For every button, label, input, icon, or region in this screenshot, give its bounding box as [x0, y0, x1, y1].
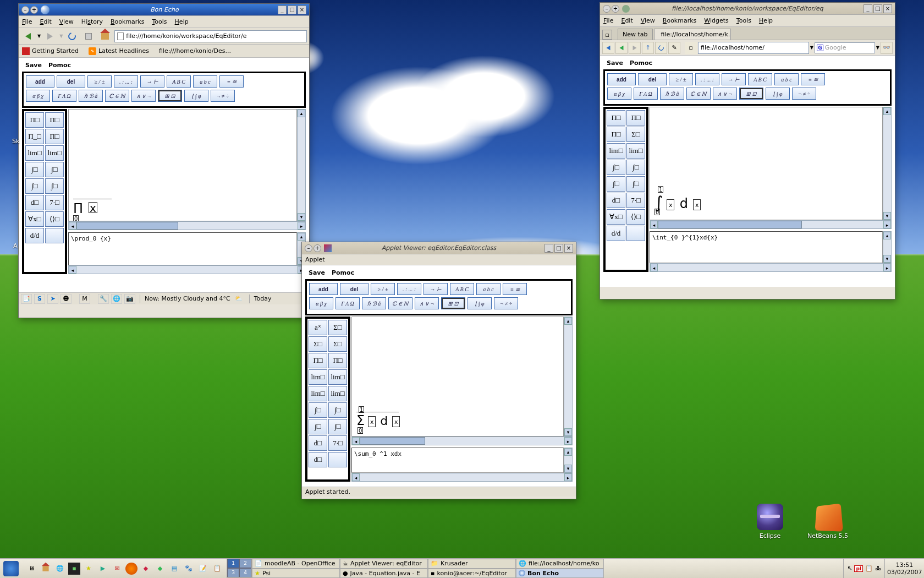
sb-wrench[interactable]: 🔧: [98, 294, 109, 304]
eq-menu-save[interactable]: Save: [309, 269, 325, 276]
slot-x[interactable]: x: [368, 416, 376, 427]
maximize-button[interactable]: □: [873, 4, 882, 13]
palette-button[interactable]: lim□: [328, 386, 347, 401]
palette-button[interactable]: lim□: [309, 369, 327, 385]
close-button[interactable]: ×: [564, 244, 573, 253]
task-eclipse[interactable]: ●Java - Equation.java - E: [340, 569, 428, 579]
eq-del-button[interactable]: del: [57, 75, 85, 88]
palette-button[interactable]: Π_□: [25, 129, 44, 144]
newtab-button[interactable]: ▫: [602, 30, 612, 40]
goggles[interactable]: 👓: [881, 42, 893, 54]
tb14[interactable]: ¬ ≠ ÷: [494, 297, 518, 309]
ql-ruby[interactable]: ◆: [140, 563, 152, 575]
k13[interactable]: ⌊ ∫ φ: [766, 88, 790, 100]
maximize-button[interactable]: □: [554, 244, 563, 253]
menu-help[interactable]: Help: [759, 17, 773, 24]
k3[interactable]: → ⊢: [722, 73, 746, 85]
palette-button[interactable]: Π□: [626, 110, 645, 126]
desk-1[interactable]: 1: [227, 559, 239, 568]
eq-source[interactable]: \sum_0 ^1 xdx: [351, 448, 564, 473]
k5[interactable]: a b c: [774, 73, 799, 85]
palette-button[interactable]: ∫□: [626, 160, 645, 175]
palette-button[interactable]: ∫□: [607, 160, 625, 175]
konq-titlebar[interactable]: – + file://localhost/home/konio/workspac…: [600, 3, 895, 15]
k1[interactable]: ≥ / ±: [669, 73, 693, 85]
tb-equiv[interactable]: ≡ ≅: [219, 75, 244, 88]
palette-button[interactable]: d□: [309, 452, 327, 467]
sticky-button[interactable]: +: [30, 6, 38, 14]
k6[interactable]: ≡ ≅: [801, 73, 825, 85]
eq-add[interactable]: add: [607, 73, 636, 85]
tab-active[interactable]: file://localhost/home/k... ×: [654, 29, 731, 40]
eq-menu-pomoc[interactable]: Pomoc: [48, 62, 71, 69]
ql-konq[interactable]: 🌐: [54, 563, 66, 575]
eq-menu-save[interactable]: Save: [25, 62, 42, 69]
slot-x[interactable]: x: [667, 199, 674, 210]
tb-greek-u[interactable]: Γ Λ Ω: [52, 90, 76, 102]
palette-button[interactable]: lim□: [328, 369, 347, 385]
palette-button[interactable]: Π□: [607, 127, 625, 142]
ql-firefox[interactable]: [125, 563, 138, 575]
ql-term[interactable]: ▪: [68, 563, 80, 575]
scroll-v[interactable]: ▴▾: [883, 107, 892, 220]
task-moodle[interactable]: 📄moodleAB - OpenOffice: [252, 559, 340, 569]
konq-search[interactable]: G Google: [815, 42, 875, 53]
task-konq[interactable]: 🌐file://localhost/home/ko: [516, 559, 604, 569]
tb3[interactable]: → ⊢: [424, 283, 448, 295]
menu-help[interactable]: Help: [175, 18, 189, 25]
eq-menu-pomoc[interactable]: Pomoc: [630, 59, 652, 67]
sb-globe[interactable]: 🌐: [111, 294, 122, 304]
tb7[interactable]: α β χ: [309, 297, 333, 309]
palette-button[interactable]: Π□: [309, 353, 327, 368]
k11[interactable]: ∧ ∨ ¬: [713, 88, 737, 100]
tray-kb-layout[interactable]: pl: [854, 565, 863, 572]
slot-lower[interactable]: 0: [73, 215, 79, 221]
palette-button[interactable]: Σ□: [309, 336, 327, 352]
menu-history[interactable]: History: [81, 18, 103, 25]
close-button[interactable]: ×: [298, 6, 306, 14]
palette-button[interactable]: lim□: [25, 145, 44, 161]
tray-klipper[interactable]: 📋: [865, 565, 873, 572]
tb-arrows[interactable]: → ⊢: [140, 75, 164, 88]
bookmark-getting-started[interactable]: Getting Started: [22, 47, 79, 55]
menu-edit[interactable]: Edit: [40, 18, 51, 25]
k2[interactable]: . : ... :: [695, 73, 719, 85]
eq-menu-save[interactable]: Save: [607, 59, 623, 67]
forward-button[interactable]: [43, 30, 57, 42]
task-krusader[interactable]: 📁Krusader: [428, 559, 516, 569]
task-konsole[interactable]: ▪konio@acer:~/EqEditor: [428, 569, 516, 579]
k14[interactable]: ¬ ≠ ÷: [792, 88, 816, 100]
tb-misc[interactable]: ¬ ≠ ÷: [211, 90, 235, 102]
eq-canvas[interactable]: 1 ∫ 0 x d x: [650, 107, 883, 220]
palette-button[interactable]: ∀x□: [607, 209, 625, 225]
ql-gimp[interactable]: 🐾: [183, 563, 195, 575]
slot-dx[interactable]: x: [392, 416, 400, 427]
sb-mail[interactable]: M: [79, 294, 90, 304]
palette-button[interactable]: Σ□: [328, 336, 347, 352]
sticky-button[interactable]: +: [314, 244, 321, 252]
applet-menu[interactable]: Applet: [305, 256, 325, 263]
palette-button[interactable]: Π□: [45, 112, 64, 128]
tb-rel[interactable]: ≥ / ±: [87, 75, 112, 88]
palette-button[interactable]: [328, 452, 347, 467]
k12[interactable]: ⊞ ⊡: [739, 88, 763, 100]
task-applet[interactable]: ☕Applet Viewer: eqEditor: [340, 559, 428, 569]
tb-lower[interactable]: a b c: [193, 75, 217, 88]
firefox-titlebar[interactable]: – + Bon Echo _ □ ×: [19, 4, 309, 16]
minimize-button[interactable]: _: [544, 244, 553, 253]
ql-home[interactable]: [40, 563, 52, 575]
close-button[interactable]: ×: [883, 4, 892, 13]
eq-canvas[interactable]: Π 0 x: [68, 109, 297, 221]
palette-button[interactable]: lim□: [309, 386, 327, 401]
palette-button[interactable]: lim□: [626, 143, 645, 159]
tb-script[interactable]: ℏ ℬ å: [79, 90, 103, 102]
tb-upper[interactable]: A B C: [167, 75, 191, 88]
ql-psi[interactable]: ★: [82, 563, 95, 575]
palette-button[interactable]: ∫□: [25, 178, 44, 194]
palette-button[interactable]: d/d: [607, 226, 625, 241]
eq-source[interactable]: \prod_0 {x}: [68, 232, 297, 265]
palette-button[interactable]: ∀x□: [25, 211, 44, 227]
palette-button[interactable]: ∫□: [328, 402, 347, 418]
palette-button[interactable]: ∫□: [309, 419, 327, 434]
src-scroll-h[interactable]: ◂▸: [351, 473, 573, 482]
